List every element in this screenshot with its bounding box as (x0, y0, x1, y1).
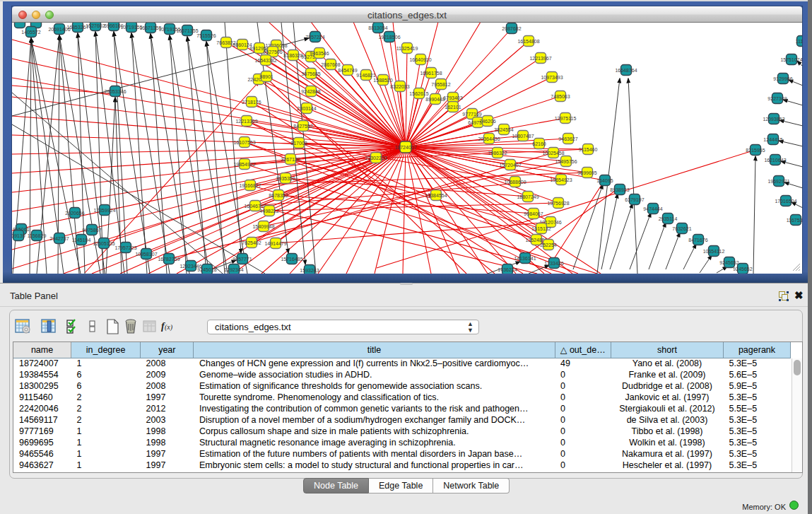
svg-text:7515526: 7515526 (196, 33, 216, 38)
svg-text:15751074: 15751074 (780, 57, 802, 62)
svg-text:9463546: 9463546 (310, 51, 329, 56)
svg-text:8215955: 8215955 (746, 148, 765, 153)
svg-text:15409948: 15409948 (252, 224, 274, 229)
svg-text:23302233: 23302233 (365, 156, 387, 160)
svg-text:1292344: 1292344 (224, 267, 243, 272)
svg-text:12505135: 12505135 (93, 241, 114, 246)
svg-text:9245652: 9245652 (733, 267, 752, 271)
svg-text:(x): (x) (165, 323, 173, 332)
svg-text:12213967: 12213967 (529, 56, 551, 61)
svg-text:6793403: 6793403 (443, 95, 462, 100)
svg-text:9146821: 9146821 (356, 73, 375, 78)
svg-text:16671355: 16671355 (176, 28, 198, 33)
svg-text:6379197: 6379197 (625, 197, 644, 202)
svg-text:19384554: 19384554 (425, 193, 447, 198)
svg-text:3675685: 3675685 (301, 71, 320, 76)
svg-text:19166827: 19166827 (239, 183, 261, 188)
svg-text:1588520: 1588520 (373, 78, 392, 83)
svg-text:746206: 746206 (479, 119, 495, 124)
svg-text:8427552: 8427552 (293, 124, 312, 129)
svg-text:39139: 39139 (12, 233, 25, 238)
svg-text:9245652: 9245652 (719, 260, 739, 265)
svg-text:2935114: 2935114 (659, 216, 678, 221)
svg-text:7485063: 7485063 (551, 94, 570, 99)
svg-text:19654923: 19654923 (550, 177, 572, 182)
svg-text:9115460: 9115460 (579, 147, 598, 152)
svg-text:18807249: 18807249 (517, 194, 539, 199)
svg-text:1405572: 1405572 (21, 30, 40, 35)
svg-text:8454749: 8454749 (338, 68, 357, 73)
svg-text:15495756: 15495756 (555, 159, 577, 164)
svg-text:62160: 62160 (532, 141, 546, 146)
svg-text:8990448: 8990448 (425, 97, 445, 102)
svg-text:1527602: 1527602 (86, 23, 105, 28)
svg-text:12975115: 12975115 (555, 116, 577, 121)
svg-text:1935359: 1935359 (276, 176, 295, 181)
svg-text:11325419: 11325419 (396, 46, 418, 51)
svg-text:19756928: 19756928 (547, 201, 569, 206)
svg-text:817008: 817008 (290, 141, 307, 146)
svg-text:9899695: 9899695 (577, 170, 596, 175)
svg-text:1615132: 1615132 (531, 226, 551, 231)
svg-text:16543382: 16543382 (254, 58, 276, 63)
svg-text:16210643: 16210643 (764, 158, 786, 163)
svg-text:8322033: 8322033 (390, 84, 409, 89)
svg-text:9129966: 9129966 (773, 76, 792, 81)
svg-text:15716485: 15716485 (281, 257, 302, 262)
svg-text:3267130: 3267130 (281, 157, 300, 162)
svg-text:2020656: 2020656 (65, 211, 84, 216)
svg-text:164095: 164095 (596, 178, 613, 183)
svg-text:9463627: 9463627 (558, 136, 577, 141)
svg-text:17957223: 17957223 (114, 245, 136, 250)
svg-text:9242848: 9242848 (301, 89, 320, 94)
svg-text:2942737: 2942737 (49, 236, 69, 241)
svg-text:2087682: 2087682 (502, 26, 521, 31)
svg-text:9474444: 9474444 (643, 206, 662, 211)
svg-text:1145194: 1145194 (72, 238, 91, 243)
svg-text:16154808: 16154808 (517, 39, 539, 44)
svg-text:1167535: 1167535 (787, 218, 802, 223)
svg-text:10654112: 10654112 (703, 249, 725, 254)
svg-text:10025458: 10025458 (542, 151, 564, 156)
svg-text:17359924: 17359924 (93, 208, 115, 213)
svg-text:12093852: 12093852 (763, 117, 784, 122)
svg-text:1733426: 1733426 (544, 261, 563, 266)
svg-text:8678352: 8678352 (269, 193, 288, 198)
svg-text:3824554: 3824554 (494, 127, 513, 132)
svg-text:9245018: 9245018 (197, 267, 216, 272)
svg-text:8938923: 8938923 (610, 187, 629, 192)
svg-text:7857224: 7857224 (305, 35, 324, 40)
svg-text:10807487: 10807487 (512, 134, 534, 139)
svg-text:252254: 252254 (540, 243, 556, 247)
svg-text:9857771: 9857771 (233, 257, 252, 262)
svg-text:18724007: 18724007 (394, 145, 416, 150)
svg-text:16648764: 16648764 (615, 68, 637, 73)
svg-text:8471676: 8471676 (688, 238, 707, 243)
svg-text:17016504: 17016504 (775, 199, 796, 204)
svg-text:7955812: 7955812 (431, 82, 450, 87)
svg-text:98901: 98901 (259, 74, 273, 79)
svg-text:19218506: 19218506 (378, 35, 400, 40)
svg-text:19692971: 19692971 (767, 179, 789, 184)
svg-text:9527506: 9527506 (263, 49, 282, 54)
svg-text:12213369: 12213369 (235, 119, 257, 124)
svg-text:2867608: 2867608 (321, 62, 340, 67)
svg-text:11175: 11175 (796, 39, 802, 44)
svg-text:1593243: 1593243 (300, 268, 319, 273)
svg-text:2718176: 2718176 (242, 100, 261, 105)
svg-text:1436224: 1436224 (498, 267, 517, 272)
svg-text:1156829: 1156829 (28, 233, 47, 238)
svg-text:9777169: 9777169 (462, 112, 481, 117)
svg-text:162101: 162101 (445, 105, 461, 110)
svg-text:9084067: 9084067 (524, 211, 543, 216)
svg-text:16046798: 16046798 (244, 204, 266, 209)
svg-text:10958107: 10958107 (135, 252, 157, 257)
svg-text:15720407: 15720407 (499, 163, 521, 168)
svg-text:16961758: 16961758 (420, 71, 442, 76)
svg-text:16107553: 16107553 (233, 140, 255, 145)
svg-text:14136141: 14136141 (514, 256, 536, 261)
svg-text:9975867: 9975867 (82, 228, 101, 233)
svg-text:8186328: 8186328 (283, 53, 302, 58)
svg-text:7632621: 7632621 (672, 226, 691, 231)
svg-text:4498222: 4498222 (259, 209, 278, 214)
